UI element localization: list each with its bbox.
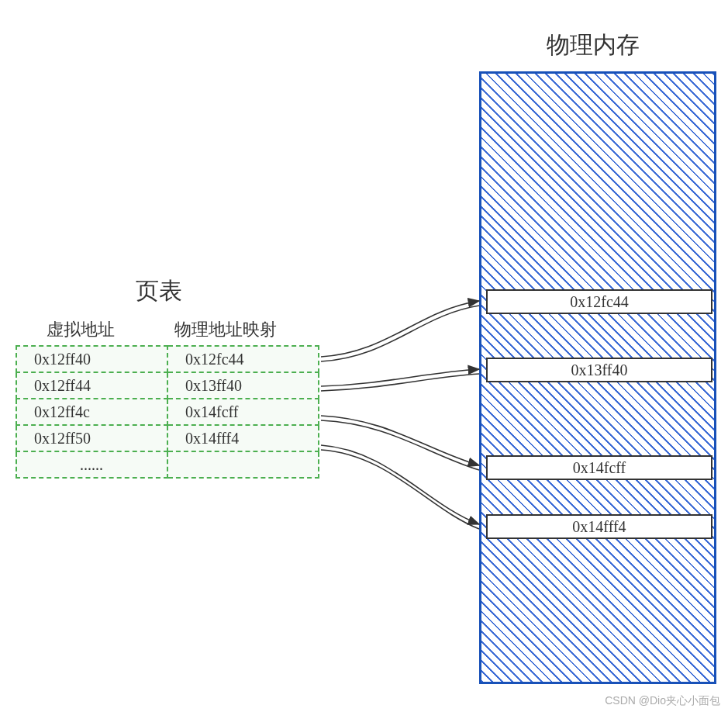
memory-slot: 0x12fc44	[486, 289, 712, 314]
va-cell: 0x12ff40	[16, 346, 167, 372]
pa-cell: 0x13ff40	[167, 372, 319, 399]
arrow	[321, 445, 479, 524]
arrow	[321, 306, 479, 361]
arrow	[321, 369, 479, 386]
va-cell: 0x12ff50	[16, 425, 167, 451]
virtual-addr-header: 虚拟地址	[47, 318, 115, 341]
physical-memory-title: 物理内存	[547, 29, 640, 61]
watermark: CSDN @Dio夹心小面包	[605, 694, 720, 708]
page-table: 0x12ff40 0x12fc44 0x12ff44 0x13ff40 0x12…	[16, 345, 319, 479]
memory-slot: 0x14fcff	[486, 455, 712, 480]
pa-cell: 0x14fcff	[167, 399, 319, 425]
memory-slot: 0x13ff40	[486, 358, 712, 382]
va-cell: ......	[16, 451, 167, 478]
arrow	[321, 420, 479, 470]
pa-cell: 0x12fc44	[167, 346, 319, 372]
arrow	[321, 416, 479, 465]
pa-cell: 0x14fff4	[167, 425, 319, 451]
arrow	[321, 301, 479, 357]
page-table-row: 0x12ff40 0x12fc44	[16, 346, 319, 372]
page-table-title: 页表	[136, 275, 182, 307]
physical-map-header: 物理地址映射	[174, 318, 277, 341]
physical-memory-box: 0x12fc44 0x13ff40 0x14fcff 0x14fff4	[479, 71, 716, 684]
page-table-row: 0x12ff44 0x13ff40	[16, 372, 319, 399]
arrow	[321, 450, 479, 529]
pa-cell	[167, 451, 319, 478]
memory-slot: 0x14fff4	[486, 514, 712, 539]
va-cell: 0x12ff4c	[16, 399, 167, 425]
va-cell: 0x12ff44	[16, 372, 167, 399]
page-table-row: 0x12ff50 0x14fff4	[16, 425, 319, 451]
page-table-row: 0x12ff4c 0x14fcff	[16, 399, 319, 425]
page-table-row: ......	[16, 451, 319, 478]
arrow	[321, 374, 479, 391]
